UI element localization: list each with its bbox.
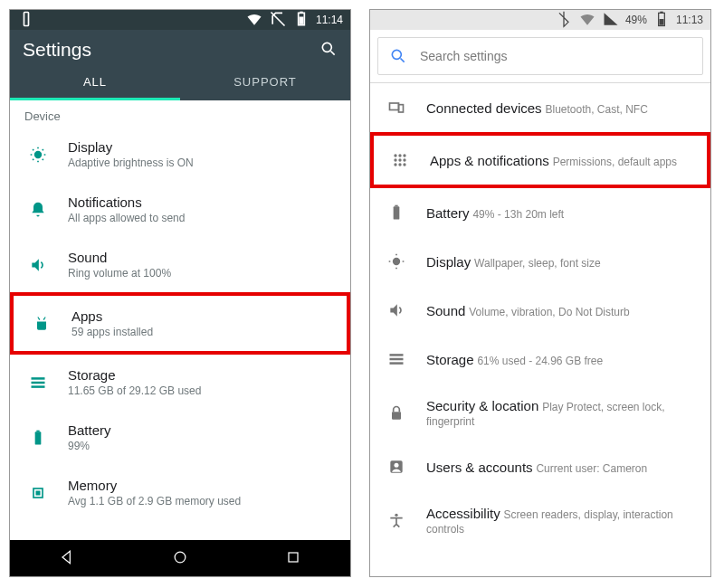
clock-text: 11:14 — [316, 14, 343, 26]
search-placeholder: Search settings — [420, 49, 508, 63]
svg-rect-10 — [32, 385, 45, 388]
settings-item-users[interactable]: Users & accounts Current user: Cameron — [370, 442, 710, 491]
tab-support[interactable]: SUPPORT — [180, 64, 350, 100]
item-title: Connected devices — [426, 100, 542, 116]
item-title: Display — [68, 139, 194, 155]
accessibility-icon — [386, 511, 406, 531]
lock-icon — [386, 403, 406, 423]
storage-icon — [386, 349, 406, 369]
sound-icon — [386, 300, 406, 320]
search-icon[interactable] — [319, 40, 338, 61]
settings-item-display[interactable]: Display Adaptive brightness is ON — [10, 127, 350, 182]
item-subtitle: All apps allowed to send — [68, 212, 185, 224]
svg-rect-14 — [36, 490, 41, 495]
settings-item-battery[interactable]: Battery 49% - 13h 20m left — [370, 188, 710, 237]
svg-point-28 — [403, 158, 405, 161]
item-title: Users & accounts — [426, 460, 533, 475]
item-subtitle: Avg 1.1 GB of 2.9 GB memory used — [68, 495, 241, 507]
svg-rect-3 — [299, 16, 303, 24]
dock-icon — [17, 10, 35, 31]
devices-icon — [386, 98, 406, 118]
item-subtitle: Adaptive brightness is ON — [68, 156, 194, 169]
search-input[interactable]: Search settings — [377, 37, 703, 75]
settings-item-storage[interactable]: Storage 11.65 GB of 29.12 GB used — [10, 355, 350, 410]
svg-point-29 — [394, 163, 396, 166]
display-icon — [386, 251, 406, 271]
svg-rect-18 — [660, 11, 662, 13]
clock-text: 11:13 — [676, 14, 703, 26]
item-title: Battery — [68, 422, 111, 438]
item-title: Accessibility — [426, 506, 500, 521]
svg-point-41 — [395, 513, 397, 516]
bluetooth-icon — [555, 10, 573, 31]
item-subtitle: 49% - 13h 20m left — [472, 208, 564, 221]
no-sim-icon — [269, 10, 287, 31]
bell-icon — [28, 200, 48, 220]
display-icon — [28, 145, 48, 165]
person-icon — [386, 457, 406, 477]
svg-rect-36 — [390, 358, 404, 361]
svg-point-15 — [175, 552, 186, 563]
settings-item-apps-notifications[interactable]: Apps & notifications Permissions, defaul… — [370, 132, 710, 188]
item-subtitle: Wallpaper, sleep, font size — [474, 257, 601, 270]
item-subtitle: 61% used - 24.96 GB free — [477, 355, 603, 367]
navigation-bar — [10, 540, 350, 576]
svg-rect-2 — [300, 11, 302, 13]
item-title: Storage — [426, 352, 474, 367]
back-button[interactable] — [58, 548, 76, 569]
svg-point-25 — [403, 154, 405, 156]
home-button[interactable] — [171, 548, 189, 569]
svg-rect-9 — [32, 381, 45, 384]
settings-item-sound[interactable]: Sound Volume, vibration, Do Not Disturb — [370, 286, 710, 335]
svg-rect-22 — [399, 105, 404, 112]
settings-item-battery[interactable]: Battery 99% — [10, 410, 350, 465]
wifi-icon — [578, 10, 596, 31]
settings-item-security[interactable]: Security & location Play Protect, screen… — [370, 384, 710, 442]
item-title: Battery — [426, 205, 470, 221]
svg-rect-12 — [36, 430, 39, 432]
settings-item-sound[interactable]: Sound Ring volume at 100% — [10, 237, 350, 292]
memory-icon — [28, 483, 48, 503]
status-bar: 11:14 — [10, 10, 350, 30]
battery-icon — [386, 203, 406, 223]
settings-item-memory[interactable]: Memory Avg 1.1 GB of 2.9 GB memory used — [10, 465, 350, 509]
item-subtitle: Ring volume at 100% — [68, 267, 171, 280]
apps-grid-icon — [390, 150, 410, 170]
page-title: Settings — [23, 39, 91, 61]
settings-item-display[interactable]: Display Wallpaper, sleep, font size — [370, 237, 710, 286]
svg-rect-19 — [659, 19, 663, 25]
search-bar-container: Search settings — [370, 30, 710, 83]
item-subtitle: 11.65 GB of 29.12 GB used — [68, 384, 201, 397]
svg-point-40 — [395, 463, 399, 468]
svg-rect-35 — [390, 354, 404, 356]
svg-rect-16 — [289, 553, 298, 562]
battery-icon — [292, 10, 310, 31]
battery-icon — [28, 428, 48, 448]
section-header-device: Device — [10, 100, 350, 127]
settings-phone-left: 11:14 Settings ALL SUPPORT Device Displa… — [9, 9, 351, 577]
settings-item-accessibility[interactable]: Accessibility Screen readers, display, i… — [370, 491, 710, 536]
settings-phone-right: 49% 11:13 Search settings Connected devi… — [369, 9, 711, 577]
svg-rect-11 — [35, 432, 42, 444]
item-title: Sound — [426, 303, 465, 318]
svg-point-5 — [34, 150, 42, 157]
settings-item-connected-devices[interactable]: Connected devices Bluetooth, Cast, NFC — [370, 83, 710, 132]
recent-button[interactable] — [284, 548, 302, 569]
svg-point-34 — [393, 258, 400, 265]
sound-icon — [28, 255, 48, 275]
status-bar: 49% 11:13 — [370, 10, 710, 30]
svg-rect-33 — [395, 205, 397, 207]
item-subtitle: Permissions, default apps — [553, 156, 677, 168]
tabs: ALL SUPPORT — [10, 64, 350, 100]
search-icon — [389, 47, 407, 65]
settings-item-notifications[interactable]: Notifications All apps allowed to send — [10, 182, 350, 237]
item-subtitle: Current user: Cameron — [536, 462, 647, 475]
tab-all[interactable]: ALL — [10, 64, 180, 100]
svg-rect-38 — [392, 412, 401, 419]
svg-rect-37 — [390, 362, 404, 365]
item-subtitle: 59 apps installed — [71, 326, 153, 338]
item-title: Notifications — [68, 194, 185, 210]
settings-item-storage[interactable]: Storage 61% used - 24.96 GB free — [370, 335, 710, 384]
settings-item-apps[interactable]: Apps 59 apps installed — [10, 292, 350, 355]
item-title: Apps & notifications — [430, 153, 549, 168]
